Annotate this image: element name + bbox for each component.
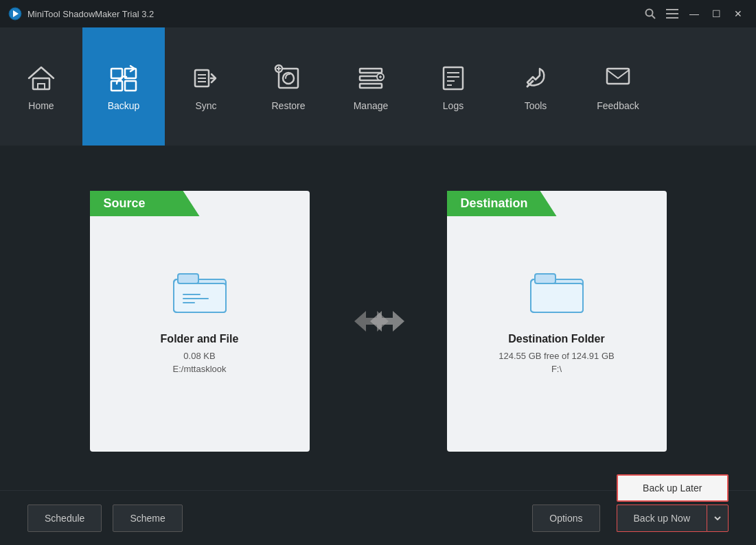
logs-icon <box>437 62 470 95</box>
destination-folder-icon <box>529 268 584 319</box>
svg-line-3 <box>652 16 656 19</box>
backup-icon <box>107 62 140 95</box>
destination-header: Destination <box>447 191 557 216</box>
nav-item-feedback[interactable]: Feedback <box>577 27 659 146</box>
svg-rect-25 <box>360 84 382 88</box>
destination-free: 124.55 GB free of 124.91 GB <box>499 351 614 361</box>
manage-icon <box>354 62 387 95</box>
backup-dropdown-button[interactable] <box>707 505 729 532</box>
nav-item-backup[interactable]: Backup <box>82 27 165 146</box>
svg-rect-9 <box>111 69 122 78</box>
nav-label-manage: Manage <box>354 100 389 111</box>
close-button[interactable]: ✕ <box>729 6 748 21</box>
arrow-section <box>351 304 406 338</box>
nav-label-sync: Sync <box>195 100 216 111</box>
menu-icon[interactable] <box>663 4 682 23</box>
nav-label-tools: Tools <box>525 100 547 111</box>
destination-card[interactable]: Destination Destination Folder 124.55 GB… <box>447 191 667 452</box>
nav-item-sync[interactable]: Sync <box>165 27 247 146</box>
source-size: 0.08 KB <box>183 351 215 361</box>
source-header: Source <box>90 191 200 216</box>
title-bar: MiniTool ShadowMaker Trial 3.2 — ☐ ✕ <box>0 0 756 27</box>
nav-label-restore: Restore <box>271 100 305 111</box>
svg-rect-29 <box>444 67 463 89</box>
svg-rect-37 <box>178 274 198 283</box>
app-logo <box>8 7 22 21</box>
nav-item-tools[interactable]: Tools <box>494 27 577 146</box>
svg-rect-35 <box>607 69 629 84</box>
feedback-icon <box>602 62 634 95</box>
tools-icon <box>519 62 552 95</box>
backup-now-button[interactable]: Back up Now <box>617 505 707 532</box>
nav-bar: Home Backup Sync <box>0 27 756 146</box>
title-bar-left: MiniTool ShadowMaker Trial 3.2 <box>8 7 154 21</box>
options-button[interactable]: Options <box>532 505 599 532</box>
destination-path: F:\ <box>551 364 562 374</box>
backup-later-item[interactable]: Back up Later <box>618 476 727 500</box>
source-folder-icon <box>172 268 227 319</box>
backup-button-group: Back up Later Back up Now <box>617 505 729 532</box>
destination-title: Destination Folder <box>508 333 604 345</box>
app-title: MiniTool ShadowMaker Trial 3.2 <box>27 9 154 19</box>
svg-point-2 <box>646 10 653 16</box>
nav-item-logs[interactable]: Logs <box>412 27 494 146</box>
svg-rect-12 <box>125 81 136 91</box>
nav-item-restore[interactable]: Restore <box>247 27 330 146</box>
svg-rect-42 <box>535 274 555 283</box>
nav-item-manage[interactable]: Manage <box>330 27 412 146</box>
restore-icon <box>272 62 305 95</box>
scheme-button[interactable]: Scheme <box>113 505 182 532</box>
sync-icon <box>190 62 222 95</box>
main-content: Source Folder and File 0.08 KB E:/mttask… <box>0 146 756 490</box>
minimize-button[interactable]: — <box>685 6 704 21</box>
nav-item-home[interactable]: Home <box>0 27 82 146</box>
home-icon <box>25 62 58 95</box>
source-card[interactable]: Source Folder and File 0.08 KB E:/mttask… <box>90 191 310 452</box>
nav-label-home: Home <box>28 100 54 111</box>
maximize-button[interactable]: ☐ <box>707 6 726 21</box>
source-path: E:/mttasklook <box>172 364 226 374</box>
svg-rect-23 <box>360 69 382 73</box>
nav-label-logs: Logs <box>443 100 463 111</box>
backup-later-dropdown: Back up Later <box>617 474 729 502</box>
source-title: Folder and File <box>161 333 239 345</box>
search-icon[interactable] <box>641 4 660 23</box>
bottom-bar: Schedule Scheme Options Back up Later Ba… <box>0 490 756 545</box>
nav-label-feedback: Feedback <box>597 100 639 111</box>
nav-label-backup: Backup <box>108 100 140 111</box>
schedule-button[interactable]: Schedule <box>27 505 102 532</box>
